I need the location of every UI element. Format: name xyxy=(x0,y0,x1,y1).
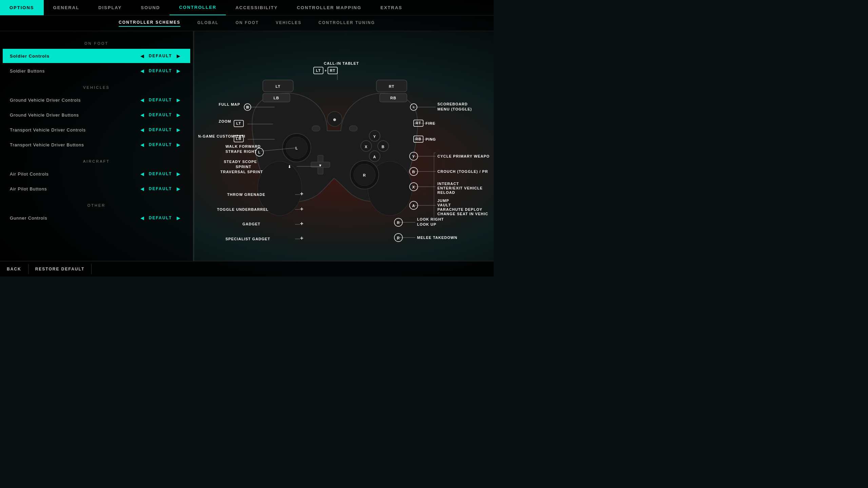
sub-nav-on-foot[interactable]: ON FOOT xyxy=(236,20,259,26)
gvd-controls-next[interactable]: ▶ xyxy=(174,97,183,103)
svg-text:RT: RT xyxy=(415,121,421,125)
nav-extras[interactable]: EXTRAS xyxy=(371,0,412,15)
row-tvd-buttons[interactable]: Transport Vehicle Driver Buttons ◀ DEFAU… xyxy=(3,138,190,152)
svg-text:L: L xyxy=(295,146,298,150)
svg-text:STEADY SCOPE: STEADY SCOPE xyxy=(224,160,257,164)
svg-text:RT: RT xyxy=(330,68,335,73)
gvd-buttons-prev[interactable]: ◀ xyxy=(138,112,147,118)
soldier-buttons-prev[interactable]: ◀ xyxy=(138,68,147,74)
section-other-header: OTHER xyxy=(0,200,193,210)
row-gunner-controls[interactable]: Gunner Controls ◀ DEFAULT ▶ xyxy=(3,211,190,225)
soldier-buttons-value: DEFAULT xyxy=(147,68,174,73)
sub-nav-schemes[interactable]: CONTROLLER SCHEMES xyxy=(119,20,180,27)
svg-text:TOGGLE UNDERBARREL: TOGGLE UNDERBARREL xyxy=(217,207,269,211)
left-panel: ON FOOT Soldier Controls ◀ DEFAULT ▶ Sol… xyxy=(0,31,193,261)
svg-text:LB: LB xyxy=(273,96,279,100)
tvd-controls-next[interactable]: ▶ xyxy=(174,127,183,133)
row-gvd-controls[interactable]: Ground Vehicle Driver Controls ◀ DEFAULT… xyxy=(3,93,190,107)
tvd-buttons-next[interactable]: ▶ xyxy=(174,142,183,147)
air-pilot-controls-prev[interactable]: ◀ xyxy=(138,171,147,177)
soldier-controls-next[interactable]: ▶ xyxy=(174,53,183,59)
svg-text:✛: ✛ xyxy=(300,236,303,240)
air-pilot-buttons-prev[interactable]: ◀ xyxy=(138,186,147,191)
gvd-buttons-label: Ground Vehicle Driver Buttons xyxy=(10,113,138,118)
svg-text:RB: RB xyxy=(415,137,421,141)
sub-nav-tuning[interactable]: CONTROLLER TUNING xyxy=(318,20,375,26)
nav-sound[interactable]: SOUND xyxy=(131,0,170,15)
gvd-controls-value: DEFAULT xyxy=(147,98,174,102)
controller-diagram: LT RT LB RB ⊛ L xyxy=(198,36,490,256)
tvd-controls-prev[interactable]: ◀ xyxy=(138,127,147,133)
tvd-controls-value: DEFAULT xyxy=(147,127,174,132)
section-on-foot-header: ON FOOT xyxy=(0,38,193,48)
svg-text:VAULT: VAULT xyxy=(437,203,451,207)
bottom-bar: BACK RESTORE DEFAULT xyxy=(0,261,494,277)
svg-text:TRAVERSAL SPRINT: TRAVERSAL SPRINT xyxy=(220,170,263,174)
row-gvd-buttons[interactable]: Ground Vehicle Driver Buttons ◀ DEFAULT … xyxy=(3,108,190,122)
tvd-controls-label: Transport Vehicle Driver Controls xyxy=(10,127,138,133)
air-pilot-buttons-next[interactable]: ▶ xyxy=(174,186,183,191)
row-air-pilot-controls[interactable]: Air Pilot Controls ◀ DEFAULT ▶ xyxy=(3,167,190,181)
gunner-controls-value: DEFAULT xyxy=(147,216,174,220)
row-air-pilot-buttons[interactable]: Air Pilot Buttons ◀ DEFAULT ▶ xyxy=(3,182,190,196)
nav-display[interactable]: DISPLAY xyxy=(89,0,131,15)
svg-text:+: + xyxy=(324,68,327,73)
svg-text:X: X xyxy=(412,185,415,189)
svg-text:LT: LT xyxy=(275,84,280,88)
svg-text:LB: LB xyxy=(236,137,241,141)
svg-text:LT: LT xyxy=(236,121,241,125)
svg-text:⊛: ⊛ xyxy=(333,118,336,122)
svg-text:A: A xyxy=(412,204,415,208)
svg-text:✛: ✛ xyxy=(300,222,303,226)
svg-text:RT: RT xyxy=(389,84,394,88)
nav-general[interactable]: GENERAL xyxy=(44,0,89,15)
gvd-controls-label: Ground Vehicle Driver Controls xyxy=(10,98,138,103)
panel-divider xyxy=(193,31,194,261)
row-soldier-controls[interactable]: Soldier Controls ◀ DEFAULT ▶ xyxy=(3,49,190,63)
tvd-buttons-label: Transport Vehicle Driver Buttons xyxy=(10,142,138,147)
svg-text:SPECIALIST GADGET: SPECIALIST GADGET xyxy=(225,237,270,241)
svg-rect-29 xyxy=(312,126,320,131)
svg-text:B: B xyxy=(412,170,415,174)
svg-text:RELOAD: RELOAD xyxy=(437,190,455,195)
sub-nav-vehicles[interactable]: VEHICLES xyxy=(276,20,301,26)
air-pilot-buttons-label: Air Pilot Buttons xyxy=(10,186,138,191)
gvd-controls-prev[interactable]: ◀ xyxy=(138,97,147,103)
svg-text:Y: Y xyxy=(373,135,376,139)
row-tvd-controls[interactable]: Transport Vehicle Driver Controls ◀ DEFA… xyxy=(3,123,190,137)
svg-text:✛: ✛ xyxy=(300,207,303,211)
air-pilot-controls-next[interactable]: ▶ xyxy=(174,171,183,177)
svg-text:CHANGE SEAT IN VEHIC: CHANGE SEAT IN VEHIC xyxy=(437,212,488,216)
nav-controller-mapping[interactable]: CONTROLLER MAPPING xyxy=(287,0,371,15)
svg-text:X: X xyxy=(364,145,367,149)
svg-text:R: R xyxy=(363,173,366,177)
svg-text:MELEE TAKEDOWN: MELEE TAKEDOWN xyxy=(417,236,457,240)
section-aircraft-header: AIRCRAFT xyxy=(0,156,193,166)
svg-text:SPRINT: SPRINT xyxy=(236,165,251,169)
nav-controller[interactable]: CONTROLLER xyxy=(170,0,226,15)
restore-default-button[interactable]: RESTORE DEFAULT xyxy=(28,264,92,274)
soldier-buttons-label: Soldier Buttons xyxy=(10,68,138,74)
back-button[interactable]: BACK xyxy=(7,264,28,274)
tvd-buttons-prev[interactable]: ◀ xyxy=(138,142,147,147)
nav-options[interactable]: OPTIONS xyxy=(0,0,44,15)
svg-text:LT: LT xyxy=(316,68,321,73)
section-vehicles-header: VEHICLES xyxy=(0,82,193,92)
soldier-buttons-next[interactable]: ▶ xyxy=(174,68,183,74)
gvd-buttons-next[interactable]: ▶ xyxy=(174,112,183,118)
svg-text:INTERACT: INTERACT xyxy=(437,182,459,186)
svg-text:✛: ✛ xyxy=(300,192,303,196)
svg-text:B: B xyxy=(381,145,384,149)
svg-rect-30 xyxy=(349,126,357,131)
gunner-controls-next[interactable]: ▶ xyxy=(174,215,183,221)
svg-text:THROW GRENADE: THROW GRENADE xyxy=(227,192,265,197)
soldier-controls-prev[interactable]: ◀ xyxy=(138,53,147,59)
svg-text:LOOK RIGHT: LOOK RIGHT xyxy=(417,217,444,221)
tvd-buttons-value: DEFAULT xyxy=(147,142,174,147)
svg-text:CYCLE PRIMARY WEAPO: CYCLE PRIMARY WEAPO xyxy=(437,154,490,158)
air-pilot-controls-label: Air Pilot Controls xyxy=(10,171,138,177)
nav-accessibility[interactable]: ACCESSIBILITY xyxy=(226,0,287,15)
sub-nav-global[interactable]: GLOBAL xyxy=(197,20,219,26)
gunner-controls-prev[interactable]: ◀ xyxy=(138,215,147,221)
row-soldier-buttons[interactable]: Soldier Buttons ◀ DEFAULT ▶ xyxy=(3,64,190,78)
